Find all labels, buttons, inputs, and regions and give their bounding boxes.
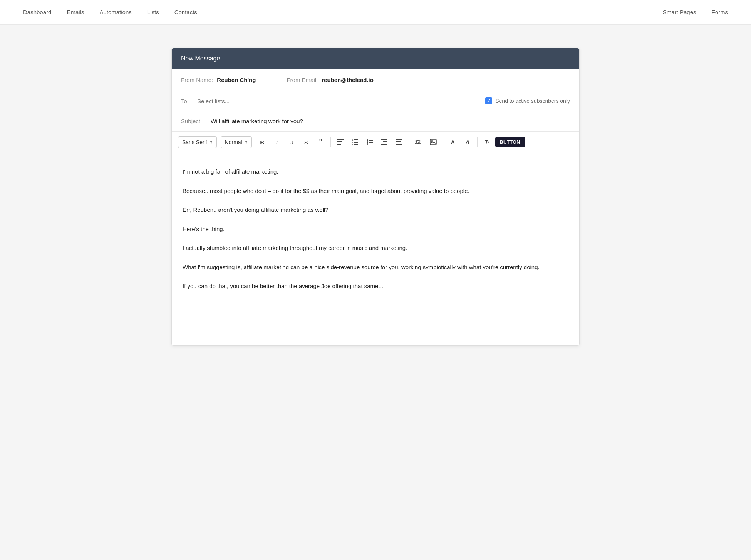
svg-point-12: [367, 143, 368, 145]
indent-button[interactable]: [378, 136, 391, 149]
to-label: To:: [181, 98, 193, 104]
svg-text:2.: 2.: [352, 141, 353, 143]
active-subscribers-label: Send to active subscribers only: [495, 98, 570, 104]
to-right: Send to active subscribers only: [485, 97, 570, 104]
highlight-color-button[interactable]: A: [461, 136, 474, 149]
from-name-label: From Name:: [181, 77, 213, 83]
svg-rect-21: [396, 141, 401, 142]
composer-title: New Message: [181, 55, 220, 62]
body-paragraph-1: I'm not a big fan of affiliate marketing…: [183, 167, 568, 177]
toolbar-divider-2: [409, 137, 409, 147]
from-email-field: From Email: reuben@thelead.io: [287, 77, 374, 83]
nav-right: Smart Pages Forms: [663, 7, 728, 17]
quote-button[interactable]: ": [314, 136, 327, 149]
svg-rect-4: [354, 139, 358, 140]
nav-lists[interactable]: Lists: [147, 7, 159, 17]
bold-button[interactable]: B: [256, 136, 269, 149]
body-paragraph-4: Here's the thing.: [183, 224, 568, 234]
toolbar-divider-1: [330, 137, 331, 147]
main-content: New Message From Name: Reuben Ch'ng From…: [164, 48, 587, 346]
nav-forms[interactable]: Forms: [712, 7, 728, 17]
clear-formatting-button[interactable]: T×: [481, 136, 494, 149]
to-input[interactable]: [197, 98, 485, 104]
svg-rect-20: [396, 139, 402, 140]
body-paragraph-7: If you can do that, you can be better th…: [183, 281, 568, 291]
svg-point-10: [367, 139, 368, 141]
svg-rect-13: [369, 140, 373, 141]
ordered-list-button[interactable]: 1. 2. 3.: [349, 136, 362, 149]
from-row: From Name: Reuben Ch'ng From Email: reub…: [172, 69, 579, 91]
toolbar-divider-4: [477, 137, 478, 147]
font-size-arrow-icon: ⬍: [245, 140, 248, 144]
nav-left: Dashboard Emails Automations Lists Conta…: [23, 7, 663, 17]
toolbar-divider-3: [443, 137, 443, 147]
strikethrough-button[interactable]: S: [300, 136, 313, 149]
outdent-button[interactable]: [392, 136, 406, 149]
font-size-value: Normal: [225, 139, 242, 145]
image-button[interactable]: [427, 136, 440, 149]
svg-rect-17: [383, 141, 387, 142]
underline-button[interactable]: U: [285, 136, 298, 149]
body-paragraph-2: Because.. most people who do it – do it …: [183, 186, 568, 196]
svg-rect-15: [369, 144, 373, 144]
active-subscribers-checkbox[interactable]: [485, 97, 492, 104]
body-paragraph-3: Err, Reuben.. aren't you doing affiliate…: [183, 205, 568, 215]
subject-value[interactable]: Will affiliate marketing work for you?: [211, 118, 303, 124]
unordered-list-button[interactable]: [363, 136, 376, 149]
align-left-button[interactable]: [334, 136, 347, 149]
from-email-label: From Email:: [287, 77, 318, 83]
from-email-value[interactable]: reuben@thelead.io: [322, 77, 374, 83]
font-family-value: Sans Serif: [182, 139, 207, 145]
svg-rect-16: [381, 139, 387, 140]
link-button[interactable]: [412, 136, 425, 149]
subject-label: Subject:: [181, 118, 206, 124]
svg-rect-1: [337, 141, 342, 142]
svg-rect-2: [337, 143, 344, 143]
nav-contacts[interactable]: Contacts: [174, 7, 197, 17]
nav-automations[interactable]: Automations: [99, 7, 131, 17]
font-family-dropdown[interactable]: Sans Serif ⬍: [178, 136, 217, 148]
body-paragraph-5: I actually stumbled into affiliate marke…: [183, 243, 568, 253]
nav-dashboard[interactable]: Dashboard: [23, 7, 51, 17]
svg-rect-19: [381, 144, 387, 145]
body-paragraph-6: What I'm suggesting is, affiliate market…: [183, 262, 568, 272]
text-color-button[interactable]: A: [446, 136, 459, 149]
toolbar: Sans Serif ⬍ Normal ⬍ B I U S ": [172, 132, 579, 153]
svg-text:1.: 1.: [352, 139, 353, 141]
font-family-arrow-icon: ⬍: [210, 140, 213, 144]
svg-point-11: [367, 141, 368, 143]
svg-rect-5: [354, 142, 358, 143]
svg-rect-6: [354, 144, 358, 145]
svg-rect-18: [383, 143, 387, 143]
to-row: To: Send to active subscribers only: [172, 91, 579, 111]
composer-header: New Message: [172, 48, 579, 69]
font-size-dropdown[interactable]: Normal ⬍: [221, 136, 252, 148]
composer-card: New Message From Name: Reuben Ch'ng From…: [171, 48, 580, 346]
svg-rect-23: [396, 144, 402, 145]
svg-rect-22: [396, 143, 401, 143]
nav-emails[interactable]: Emails: [67, 7, 84, 17]
email-body[interactable]: I'm not a big fan of affiliate marketing…: [172, 153, 579, 345]
top-navigation: Dashboard Emails Automations Lists Conta…: [0, 0, 751, 25]
svg-rect-0: [337, 139, 344, 140]
from-name-field: From Name: Reuben Ch'ng: [181, 77, 256, 83]
svg-rect-14: [369, 142, 373, 143]
svg-rect-3: [337, 144, 341, 145]
subject-row: Subject: Will affiliate marketing work f…: [172, 111, 579, 132]
nav-smart-pages[interactable]: Smart Pages: [663, 7, 696, 17]
svg-text:3.: 3.: [352, 144, 353, 145]
insert-button-button[interactable]: BUTTON: [495, 137, 525, 147]
from-name-value[interactable]: Reuben Ch'ng: [217, 77, 256, 83]
italic-button[interactable]: I: [270, 136, 283, 149]
